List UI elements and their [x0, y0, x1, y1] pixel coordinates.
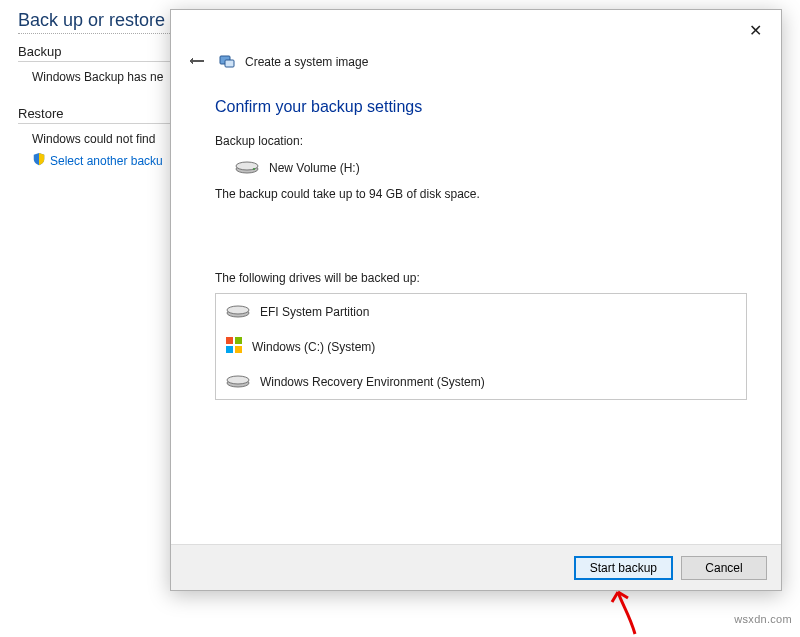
close-button[interactable]: ✕	[735, 15, 775, 45]
svg-rect-9	[226, 346, 233, 353]
watermark: wsxdn.com	[734, 613, 792, 625]
list-item: EFI System Partition	[216, 294, 746, 329]
create-system-image-dialog: ✕ 🠔 Create a system image Confirm your b…	[170, 9, 782, 591]
windows-logo-icon	[226, 337, 242, 356]
svg-rect-7	[226, 337, 233, 344]
backup-location-value: New Volume (H:)	[269, 161, 360, 175]
drive-name: Windows Recovery Environment (System)	[260, 375, 485, 389]
dialog-titlebar: ✕	[171, 10, 781, 50]
shield-icon	[32, 152, 46, 169]
system-image-icon	[219, 53, 235, 72]
backup-section-header: Backup	[18, 44, 178, 62]
drive-name: Windows (C:) (System)	[252, 340, 375, 354]
back-button[interactable]: 🠔	[185, 50, 209, 74]
dialog-heading: Confirm your backup settings	[215, 98, 747, 116]
close-icon: ✕	[749, 21, 762, 40]
list-item: Windows (C:) (System)	[216, 329, 746, 364]
hard-drive-icon	[226, 302, 250, 321]
svg-point-4	[253, 168, 255, 170]
svg-rect-8	[235, 337, 242, 344]
arrow-left-icon: 🠔	[189, 53, 205, 71]
cancel-button[interactable]: Cancel	[681, 556, 767, 580]
drives-list-label: The following drives will be backed up:	[215, 271, 747, 285]
dialog-body: Confirm your backup settings Backup loca…	[171, 84, 781, 544]
svg-rect-10	[235, 346, 242, 353]
list-item: Windows Recovery Environment (System)	[216, 364, 746, 399]
svg-point-6	[227, 306, 249, 314]
hard-drive-icon	[235, 158, 259, 177]
dialog-footer: Start backup Cancel	[171, 544, 781, 590]
hard-drive-icon	[226, 372, 250, 391]
annotation-arrow	[610, 586, 650, 637]
cancel-label: Cancel	[705, 561, 742, 575]
dialog-header: 🠔 Create a system image	[171, 50, 781, 84]
select-another-backup-label: Select another backu	[50, 154, 163, 168]
start-backup-button[interactable]: Start backup	[574, 556, 673, 580]
svg-rect-1	[225, 60, 234, 67]
drive-name: EFI System Partition	[260, 305, 369, 319]
svg-point-12	[227, 376, 249, 384]
backup-location-label: Backup location:	[215, 134, 747, 148]
restore-section-header: Restore	[18, 106, 178, 124]
backup-size-estimate: The backup could take up to 94 GB of dis…	[215, 187, 747, 201]
start-backup-label: Start backup	[590, 561, 657, 575]
backup-location-row: New Volume (H:)	[215, 158, 747, 177]
drives-list: EFI System Partition Windows (C:) (Syste…	[215, 293, 747, 400]
dialog-header-title: Create a system image	[245, 55, 368, 69]
